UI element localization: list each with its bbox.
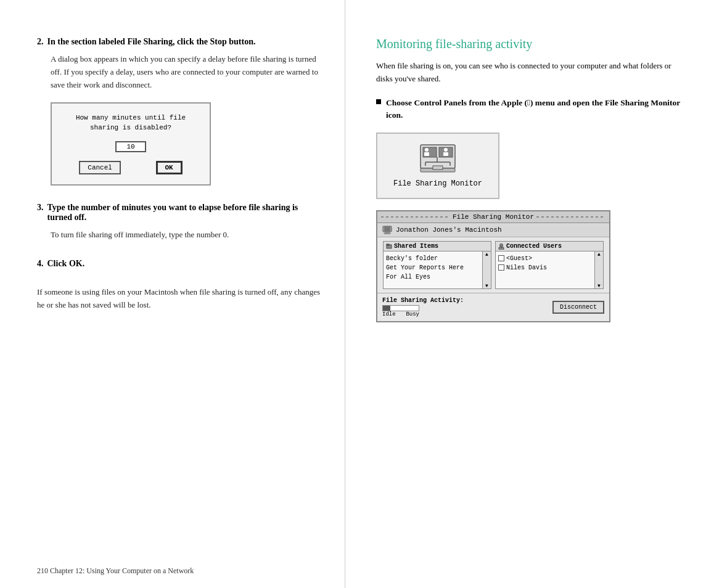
step-3-title: Type the number of minutes you want to e… (47, 203, 321, 223)
icon-label: File Sharing Monitor (393, 179, 482, 188)
dialog-buttons: Cancel OK (62, 161, 200, 174)
activity-bar-container (382, 305, 464, 311)
monitor-window: File Sharing Monitor Jonathon Jones's Ma… (376, 210, 610, 322)
shared-item-2: Get Your Reports Here (386, 263, 480, 272)
idle-label: Idle (382, 311, 396, 317)
activity-labels: Idle Busy (382, 311, 419, 317)
step-4-title: Click OK. (47, 259, 85, 269)
svg-rect-14 (384, 227, 390, 231)
connected-users-icon (498, 243, 504, 250)
section-title: Monitoring file-sharing activity (376, 37, 681, 51)
section-intro: When file sharing is on, you can see who… (376, 60, 681, 86)
shared-item-3: For All Eyes (386, 272, 480, 282)
busy-label: Busy (406, 311, 419, 317)
shared-items-list-area: Becky's folder Get Your Reports Here For… (384, 251, 491, 288)
user-2-checkbox[interactable] (498, 264, 504, 271)
shared-items-panel: Shared Items Becky's folder Get Your Rep… (383, 241, 491, 289)
step-4: 4. Click OK. (37, 259, 320, 269)
connected-users-scrollbar[interactable]: ▲ ▼ (594, 251, 603, 288)
svg-rect-16 (384, 233, 390, 234)
closing-text: If someone is using files on your Macint… (37, 286, 320, 312)
step-4-number: 4. (37, 259, 44, 269)
svg-point-5 (444, 148, 448, 152)
bullet-step: Choose Control Panels from the Apple ()… (376, 97, 681, 122)
connected-users-header: Connected Users (496, 242, 603, 251)
monitor-activity-row: File Sharing Activity: Idle Busy Disconn… (377, 293, 609, 321)
file-sharing-monitor-icon-box: File Sharing Monitor (376, 133, 499, 199)
titlebar-decoration-right (536, 216, 605, 218)
step-2-heading: 2. In the section labeled File Sharing, … (37, 37, 320, 47)
monitor-panels-row: Shared Items Becky's folder Get Your Rep… (377, 237, 609, 293)
step-4-heading: 4. Click OK. (37, 259, 320, 269)
step-2-title: In the section labeled File Sharing, cli… (47, 37, 256, 47)
activity-section: File Sharing Activity: Idle Busy (382, 297, 464, 317)
shared-items-list: Becky's folder Get Your Reports Here For… (384, 251, 482, 284)
page-footer: 210 Chapter 12: Using Your Computer on a… (37, 566, 194, 576)
disconnect-button[interactable]: Disconnect (552, 301, 604, 314)
dialog-cancel-button[interactable]: Cancel (79, 161, 121, 174)
step-3: 3. Type the number of minutes you want t… (37, 203, 320, 242)
svg-point-19 (500, 243, 503, 247)
shared-items-scrollbar[interactable]: ▲ ▼ (482, 251, 491, 288)
step-2-number: 2. (37, 37, 44, 47)
connected-users-list-area: <Guest> Niles Davis ▲ ▼ (496, 251, 603, 288)
bullet-text: Choose Control Panels from the Apple ()… (386, 97, 681, 122)
step-3-number: 3. (37, 203, 44, 223)
file-sharing-monitor-icon (419, 144, 456, 174)
activity-bar (382, 305, 419, 311)
titlebar-decoration-left (381, 216, 450, 218)
svg-rect-20 (499, 247, 504, 250)
computer-small-icon (382, 226, 392, 234)
connected-users-panel: Connected Users <Guest> Niles Davis (495, 241, 604, 289)
svg-point-3 (425, 148, 429, 152)
connected-users-list: <Guest> Niles Davis (496, 251, 594, 282)
step-2-body: A dialog box appears in which you can sp… (51, 53, 320, 91)
user-1-checkbox[interactable] (498, 255, 504, 261)
monitor-titlebar: File Sharing Monitor (377, 211, 609, 223)
dialog-input[interactable]: 10 (115, 141, 146, 152)
shared-items-header: Shared Items (384, 242, 491, 251)
dialog-title: How many minutes until file sharing is d… (62, 113, 200, 133)
bullet-icon (376, 99, 381, 104)
dialog-input-row: 10 (62, 141, 200, 152)
dialog-illustration: How many minutes until file sharing is d… (51, 102, 211, 186)
activity-bar-fill (383, 306, 390, 311)
dialog-ok-button[interactable]: OK (156, 161, 183, 174)
connected-users-content: <Guest> Niles Davis (496, 251, 594, 288)
activity-label: File Sharing Activity: (382, 297, 464, 304)
user-1: <Guest> (498, 254, 592, 263)
monitor-window-title: File Sharing Monitor (453, 213, 534, 221)
left-column: 2. In the section labeled File Sharing, … (0, 0, 345, 588)
svg-rect-4 (424, 152, 429, 156)
user-2: Niles Davis (498, 263, 592, 272)
computer-name-label: Jonathon Jones's Macintosh (396, 226, 502, 234)
svg-rect-18 (387, 244, 389, 245)
step-3-heading: 3. Type the number of minutes you want t… (37, 203, 320, 223)
right-column: Monitoring file-sharing activity When fi… (345, 0, 706, 588)
svg-rect-15 (385, 232, 389, 233)
svg-rect-6 (443, 152, 448, 156)
shared-item-1: Becky's folder (386, 254, 480, 263)
svg-rect-8 (433, 166, 443, 169)
step-3-body: To turn file sharing off immediately, ty… (51, 229, 320, 242)
shared-items-icon (386, 243, 392, 250)
monitor-computer-name-row: Jonathon Jones's Macintosh (377, 223, 609, 237)
shared-items-content: Becky's folder Get Your Reports Here For… (384, 251, 482, 288)
step-2: 2. In the section labeled File Sharing, … (37, 37, 320, 186)
